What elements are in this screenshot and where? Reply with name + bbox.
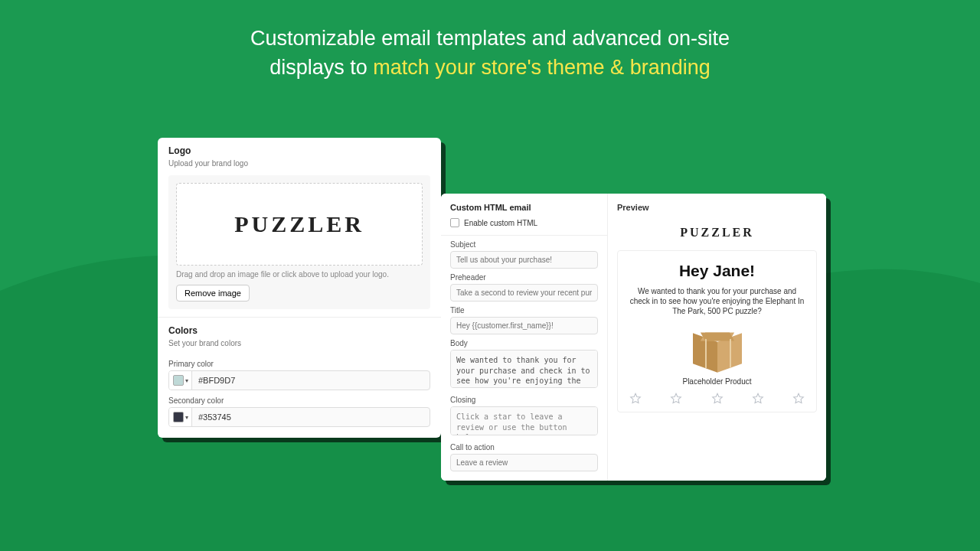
preview-brand-logo: PUZZLER xyxy=(617,220,817,250)
logo-section-subtitle: Upload your brand logo xyxy=(168,159,430,168)
body-label: Body xyxy=(450,339,598,347)
star-icon[interactable] xyxy=(710,392,724,406)
star-icon[interactable] xyxy=(629,392,642,406)
email-editor-card: Custom HTML email Enable custom HTML Sub… xyxy=(441,194,826,481)
preheader-input[interactable] xyxy=(450,284,598,302)
enable-custom-html-label: Enable custom HTML xyxy=(464,219,537,227)
preview-greeting: Hey Jane! xyxy=(626,262,808,280)
subject-label: Subject xyxy=(450,240,598,249)
closing-label: Closing xyxy=(450,396,598,404)
primary-color-label: Primary color xyxy=(168,360,430,368)
secondary-color-picker[interactable]: ▾ xyxy=(168,407,430,427)
star-icon[interactable] xyxy=(669,392,683,406)
chevron-down-icon: ▾ xyxy=(185,377,188,384)
brand-logo: PUZZLER xyxy=(234,211,364,237)
headline-line1: Customizable email templates and advance… xyxy=(250,27,730,50)
preheader-label: Preheader xyxy=(450,273,598,282)
marketing-headline: Customizable email templates and advance… xyxy=(0,24,980,83)
star-icon[interactable] xyxy=(751,392,765,406)
logo-section-title: Logo xyxy=(168,145,430,156)
chevron-down-icon: ▾ xyxy=(185,414,188,421)
preview-body-text: We wanted to thank you for your purchase… xyxy=(626,286,808,316)
cta-input[interactable] xyxy=(450,454,598,471)
star-icon[interactable] xyxy=(792,392,805,406)
brand-settings-card: Logo Upload your brand logo PUZZLER Drag… xyxy=(158,138,441,438)
remove-image-button[interactable]: Remove image xyxy=(176,285,250,302)
preview-heading: Preview xyxy=(617,203,817,212)
secondary-color-label: Secondary color xyxy=(168,396,430,405)
closing-textarea[interactable] xyxy=(450,406,598,435)
primary-color-picker[interactable]: ▾ xyxy=(168,370,430,390)
colors-section-subtitle: Set your brand colors xyxy=(168,339,430,347)
preview-product-name: Placeholder Product xyxy=(626,377,808,386)
enable-custom-html-checkbox[interactable] xyxy=(450,218,459,227)
title-input[interactable] xyxy=(450,317,598,334)
email-preview: Hey Jane! We wanted to thank you for you… xyxy=(617,250,817,412)
custom-html-title: Custom HTML email xyxy=(450,203,598,212)
colors-section-title: Colors xyxy=(168,325,430,336)
product-box-icon xyxy=(694,330,740,373)
logo-dropzone[interactable]: PUZZLER xyxy=(176,183,423,266)
title-label: Title xyxy=(450,306,598,315)
cta-label: Call to action xyxy=(450,443,598,452)
secondary-hex-input[interactable] xyxy=(192,408,430,426)
headline-highlight: match your store's theme & branding xyxy=(373,56,710,79)
headline-line2-pre: displays to xyxy=(270,56,373,79)
rating-stars xyxy=(626,392,808,406)
body-textarea[interactable] xyxy=(450,350,598,388)
logo-hint-text: Drag and drop an image file or click abo… xyxy=(176,270,423,279)
primary-hex-input[interactable] xyxy=(192,371,430,390)
subject-input[interactable] xyxy=(450,251,598,269)
